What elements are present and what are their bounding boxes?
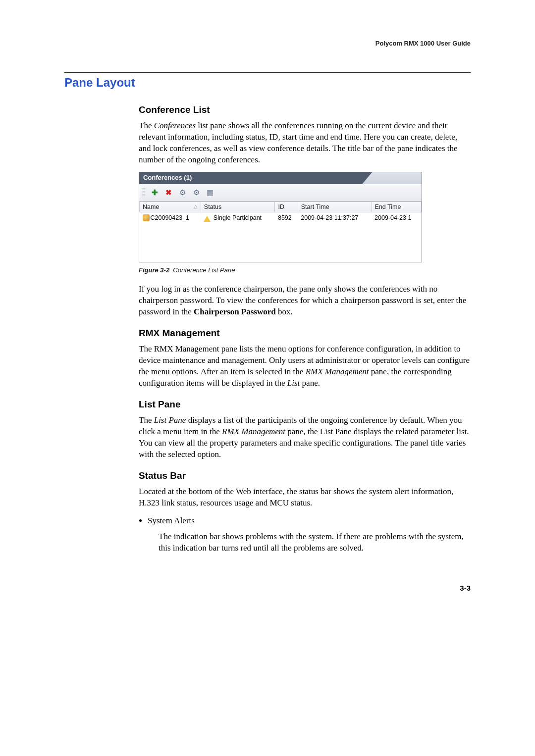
conference-icon [143, 214, 150, 221]
para-conference-list-2: If you log in as the conference chairper… [139, 284, 471, 318]
conference-table: Name△ Status ID Start Time End Time C200… [139, 202, 422, 262]
layout-icon[interactable]: ▦ [206, 188, 214, 197]
running-header: Polycom RMX 1000 User Guide [64, 40, 471, 47]
add-conference-icon[interactable]: ✚ [150, 188, 159, 197]
para-system-alerts-body: The indication bar shows problems with t… [159, 531, 471, 554]
warning-icon [204, 216, 211, 222]
delete-conference-icon[interactable]: ✖ [164, 188, 173, 197]
col-id[interactable]: ID [275, 202, 298, 212]
figure-text: Conference List Pane [173, 266, 235, 274]
cell-status: Single Participant [214, 214, 262, 221]
table-empty-space [140, 223, 422, 262]
heading-rmx-management: RMX Management [139, 328, 471, 339]
para-status-bar: Located at the bottom of the Web interfa… [139, 486, 471, 509]
bullet-system-alerts: System Alerts [148, 515, 471, 527]
figure-label: Figure 3-2 [139, 266, 169, 274]
conference-list-pane: Conferences (1) ✚ ✖ ⚙ ⚙ ▦ Name△ Status I… [139, 172, 422, 263]
toolbar-grip-icon [142, 188, 145, 197]
table-header-row: Name△ Status ID Start Time End Time [140, 202, 422, 212]
para-conference-list: The Conferences list pane shows all the … [139, 120, 471, 166]
heading-status-bar: Status Bar [139, 470, 471, 481]
conference-settings2-icon[interactable]: ⚙ [192, 188, 201, 197]
col-end[interactable]: End Time [372, 202, 421, 212]
cell-name: C20090423_1 [151, 214, 190, 221]
page-number: 3-3 [64, 584, 471, 592]
conference-settings-icon[interactable]: ⚙ [178, 188, 187, 197]
section-title: Pane Layout [64, 76, 471, 90]
heading-list-pane: List Pane [139, 399, 471, 410]
conference-pane-title: Conferences (1) [139, 172, 362, 184]
figure-caption: Figure 3-2 Conference List Pane [139, 266, 471, 274]
conference-pane-titlebar: Conferences (1) [139, 172, 422, 184]
col-start[interactable]: Start Time [298, 202, 372, 212]
header-rule [64, 72, 471, 73]
sort-indicator-icon: △ [194, 203, 198, 209]
cell-start: 2009-04-23 11:37:27 [298, 212, 372, 223]
cell-id: 8592 [275, 212, 298, 223]
col-status[interactable]: Status [201, 202, 275, 212]
para-rmx-management: The RMX Management pane lists the menu o… [139, 344, 471, 389]
cell-end: 2009-04-23 1 [372, 212, 421, 223]
para-list-pane: The List Pane displays a list of the par… [139, 415, 471, 460]
table-row[interactable]: C20090423_1 Single Participant 8592 2009… [140, 212, 422, 223]
conference-toolbar: ✚ ✖ ⚙ ⚙ ▦ [139, 184, 422, 202]
heading-conference-list: Conference List [139, 104, 471, 115]
col-name[interactable]: Name△ [140, 202, 201, 212]
